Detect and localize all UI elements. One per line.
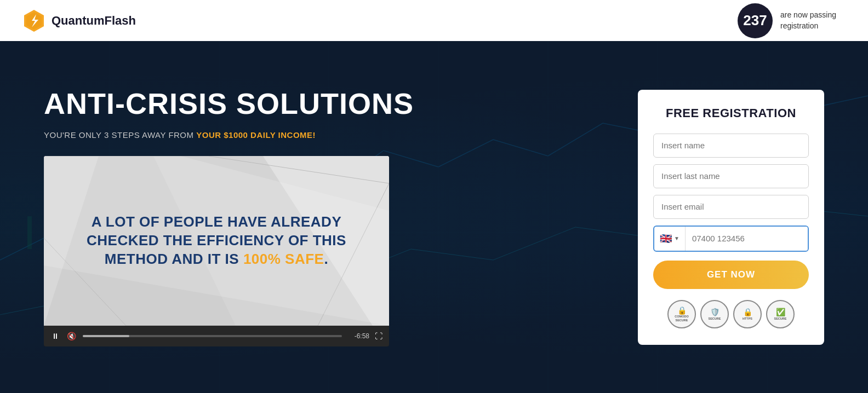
- comodo-secure-badge: 🔒 COMODOSECURE: [667, 300, 696, 328]
- flag-emoji: 🇬🇧: [660, 233, 672, 245]
- progress-bar[interactable]: [83, 335, 342, 337]
- chevron-down-icon: ▼: [674, 235, 679, 241]
- email-input[interactable]: [653, 195, 809, 219]
- video-line3-suffix: .: [324, 251, 328, 267]
- counter-area: 237 are now passing registration: [738, 3, 846, 38]
- video-text: A LOT OF PEOPLE HAVE ALREADY CHECKED THE…: [87, 213, 346, 268]
- main-section: ANTI-CRISIS SOLUTIONS YOU'RE ONLY 3 STEP…: [0, 41, 868, 393]
- video-text-overlay: A LOT OF PEOPLE HAVE ALREADY CHECKED THE…: [76, 202, 357, 279]
- verified-icon: ✅: [776, 308, 785, 317]
- form-title: FREE REGISTRATION: [653, 106, 809, 120]
- video-player: A LOT OF PEOPLE HAVE ALREADY CHECKED THE…: [44, 156, 389, 346]
- https-badge: 🔒 HTTPS: [733, 300, 762, 328]
- phone-flag-selector[interactable]: 🇬🇧 ▼: [654, 227, 686, 251]
- video-line1: A LOT OF PEOPLE HAVE ALREADY: [92, 213, 342, 230]
- name-input[interactable]: [653, 134, 809, 158]
- security-badges: 🔒 COMODOSECURE 🛡️ SECURE 🔒 HTTPS ✅ SECUR…: [653, 300, 809, 328]
- logo-text: QuantumFlash: [52, 14, 136, 28]
- video-line2: CHECKED THE EFFICIENCY OF THIS: [87, 232, 346, 248]
- left-content: ANTI-CRISIS SOLUTIONS YOU'RE ONLY 3 STEP…: [44, 88, 605, 346]
- video-controls: ⏸ 🔇 -6:58 ⛶: [44, 326, 389, 346]
- svg-rect-12: [27, 216, 32, 249]
- video-safe-text: 100% SAFE: [243, 251, 324, 267]
- main-headline: ANTI-CRISIS SOLUTIONS: [44, 88, 605, 120]
- verified-badge: ✅ SECURE: [766, 300, 795, 328]
- time-label: -6:58: [347, 332, 369, 340]
- play-pause-icon: ⏸: [52, 332, 59, 340]
- logo-area: QuantumFlash: [22, 9, 136, 33]
- subheadline: YOU'RE ONLY 3 STEPS AWAY FROM YOUR $1000…: [44, 130, 605, 140]
- video-content[interactable]: A LOT OF PEOPLE HAVE ALREADY CHECKED THE…: [44, 156, 389, 326]
- fullscreen-button[interactable]: ⛶: [375, 332, 382, 340]
- https-icon: 🔒: [743, 308, 752, 317]
- play-pause-button[interactable]: ⏸: [50, 331, 60, 342]
- seal-icon: 🛡️: [710, 308, 719, 317]
- video-line3-prefix: METHOD AND IT IS: [105, 251, 243, 267]
- lock-icon: 🔒: [677, 306, 687, 315]
- volume-button[interactable]: 🔇: [66, 331, 77, 342]
- logo-icon: [22, 9, 46, 33]
- subheadline-prefix: YOU'RE ONLY 3 STEPS AWAY FROM: [44, 130, 196, 140]
- secure-seal-badge: 🛡️ SECURE: [700, 300, 729, 328]
- get-now-button[interactable]: GET NOW: [653, 261, 809, 289]
- phone-field-wrapper: 🇬🇧 ▼: [653, 226, 809, 252]
- registration-form: FREE REGISTRATION 🇬🇧 ▼ GET NOW 🔒 COMODOS…: [638, 90, 824, 345]
- phone-input[interactable]: [686, 227, 808, 251]
- volume-icon: 🔇: [67, 332, 76, 340]
- fullscreen-icon: ⛶: [375, 332, 382, 340]
- counter-number: 237: [743, 12, 767, 29]
- counter-badge: 237: [738, 3, 773, 38]
- header: QuantumFlash 237 are now passing registr…: [0, 0, 868, 41]
- progress-bar-fill: [83, 335, 129, 337]
- counter-text: are now passing registration: [780, 10, 846, 31]
- lastname-input[interactable]: [653, 164, 809, 188]
- subheadline-highlight: YOUR $1000 DAILY INCOME!: [196, 130, 316, 140]
